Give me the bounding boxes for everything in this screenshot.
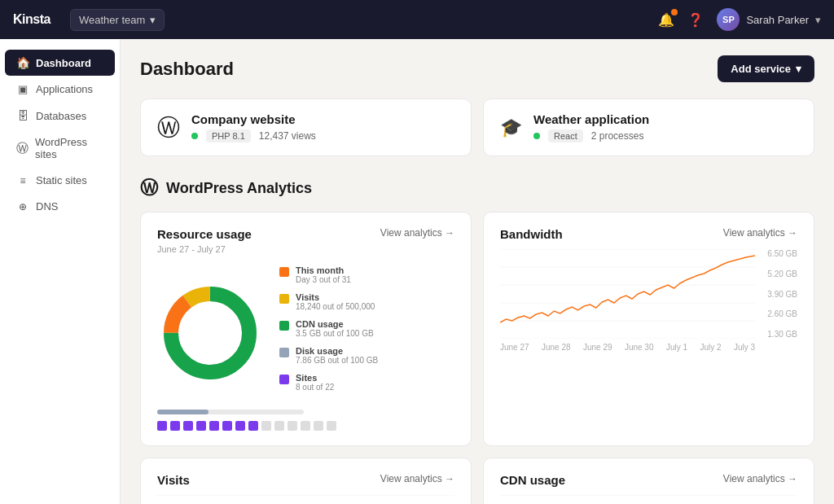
site-dot <box>222 421 232 431</box>
sidebar: 🏠 Dashboard ▣ Applications 🗄 Databases Ⓦ… <box>0 39 121 504</box>
bandwidth-chart: June 27 June 28 June 29 June 30 July 1 J… <box>500 249 797 355</box>
visits-title: Visits <box>157 473 190 487</box>
site-dot-empty <box>314 421 323 431</box>
bandwidth-header: Bandwidth View analytics → <box>500 227 797 241</box>
main-content: Dashboard Add service ▾ Ⓦ Company websit… <box>121 39 834 504</box>
legend-label-month: This month <box>296 265 351 275</box>
site-dot <box>248 421 258 431</box>
wp-logo-icon: Ⓦ <box>140 176 158 200</box>
cdn-view-analytics[interactable]: View analytics → <box>723 473 797 484</box>
resource-date: June 27 - July 27 <box>157 244 454 254</box>
site-dot-empty <box>327 421 336 431</box>
x-label: July 2 <box>700 343 721 352</box>
x-label: June 27 <box>500 343 529 352</box>
cdn-svg <box>500 495 797 504</box>
bandwidth-chart-area: June 27 June 28 June 29 June 30 July 1 J… <box>500 249 797 355</box>
cdn-title: CDN usage <box>500 473 565 487</box>
y-label: 3.90 GB <box>758 290 797 299</box>
weather-badge: React <box>548 129 583 142</box>
sidebar-item-static[interactable]: ≡ Static sites <box>5 168 115 193</box>
chart-area: June 27 June 28 June 29 June 30 July 1 J… <box>500 249 755 355</box>
legend-sub-cdn: 3.5 GB out of 100 GB <box>296 329 374 338</box>
legend-sub-visits: 18,240 out of 500,000 <box>296 302 375 311</box>
legend-dot-cdn <box>279 321 289 331</box>
x-label: July 1 <box>666 343 687 352</box>
notification-badge <box>671 9 678 15</box>
site-dot <box>235 421 245 431</box>
site-dot <box>196 421 206 431</box>
sidebar-item-wordpress[interactable]: Ⓦ WordPress sites <box>5 129 115 167</box>
avatar: SP <box>717 8 740 31</box>
wordpress-icon: Ⓦ <box>16 141 29 156</box>
sidebar-item-applications[interactable]: ▣ Applications <box>5 77 115 102</box>
sidebar-item-label: Databases <box>36 110 86 122</box>
sidebar-item-databases[interactable]: 🗄 Databases <box>5 103 115 129</box>
help-icon[interactable]: ❓ <box>687 12 704 28</box>
x-label: June 30 <box>625 343 654 352</box>
legend: This month Day 3 out of 31 Visits 18,240… <box>279 265 454 400</box>
wp-analytics-title: Ⓦ WordPress Analytics <box>140 176 814 200</box>
service-cards: Ⓦ Company website PHP 8.1 12,437 views 🎓… <box>140 99 814 156</box>
analytics-grid-bottom: Visits View analytics → 22,500 18,000 <box>140 458 814 504</box>
donut-chart <box>157 280 263 386</box>
legend-item-visits: Visits 18,240 out of 500,000 <box>279 292 454 311</box>
analytics-grid-top: Resource usage View analytics → June 27 … <box>140 212 814 446</box>
legend-item-sites: Sites 8 out of 22 <box>279 373 454 392</box>
weather-meta: React 2 processes <box>533 129 797 142</box>
weather-processes: 2 processes <box>591 130 644 142</box>
site-dot-empty <box>301 421 310 431</box>
visits-view-analytics[interactable]: View analytics → <box>380 473 454 484</box>
sidebar-item-label: WordPress sites <box>35 136 103 160</box>
legend-dot-visits <box>279 294 289 304</box>
x-label: July 3 <box>734 343 755 352</box>
static-icon: ≡ <box>16 175 29 186</box>
company-badge: PHP 8.1 <box>206 129 251 142</box>
y-label: 1.30 GB <box>758 330 797 339</box>
visits-chart: 22,500 18,000 <box>157 495 454 504</box>
site-dot <box>157 421 167 431</box>
legend-label-disk: Disk usage <box>296 346 378 356</box>
cdn-header: CDN usage View analytics → <box>500 473 797 487</box>
sidebar-item-dashboard[interactable]: 🏠 Dashboard <box>5 50 115 76</box>
bandwidth-view-analytics[interactable]: View analytics → <box>723 227 797 239</box>
company-icon: Ⓦ <box>157 116 180 139</box>
sidebar-item-label: Applications <box>36 83 93 95</box>
chevron-down-icon: ▾ <box>150 14 156 26</box>
chevron-down-icon: ▾ <box>796 63 801 75</box>
legend-dot-sites <box>279 375 289 384</box>
bell-icon[interactable]: 🔔 <box>658 12 674 28</box>
topnav-icons: 🔔 ❓ SP Sarah Parker ▾ <box>658 8 821 31</box>
x-label: June 29 <box>583 343 612 352</box>
x-label: June 28 <box>542 343 571 352</box>
weather-name: Weather application <box>533 112 797 126</box>
disk-progress <box>157 410 454 414</box>
bandwidth-title: Bandwidth <box>500 227 563 241</box>
user-menu[interactable]: SP Sarah Parker ▾ <box>717 8 821 31</box>
user-chevron-icon: ▾ <box>815 14 821 26</box>
service-card-weather[interactable]: 🎓 Weather application React 2 processes <box>483 99 814 156</box>
resource-header: Resource usage View analytics → <box>157 227 454 241</box>
layout: 🏠 Dashboard ▣ Applications 🗄 Databases Ⓦ… <box>0 39 834 504</box>
team-name: Weather team <box>79 14 145 26</box>
service-card-company[interactable]: Ⓦ Company website PHP 8.1 12,437 views <box>140 99 472 156</box>
legend-label-sites: Sites <box>296 373 334 383</box>
legend-label-visits: Visits <box>296 292 375 302</box>
team-selector[interactable]: Weather team ▾ <box>70 9 165 31</box>
user-name: Sarah Parker <box>746 14 809 26</box>
logo: Kinsta <box>13 12 50 27</box>
site-dot-empty <box>274 421 284 431</box>
legend-sub-disk: 7.86 GB out of 100 GB <box>296 356 378 365</box>
status-dot <box>533 133 540 139</box>
resource-usage-card: Resource usage View analytics → June 27 … <box>140 212 472 446</box>
company-info: Company website PHP 8.1 12,437 views <box>191 112 454 142</box>
legend-item-month: This month Day 3 out of 31 <box>279 265 454 284</box>
svg-point-4 <box>182 305 238 361</box>
resource-view-analytics[interactable]: View analytics → <box>380 227 454 239</box>
cdn-chart: 4.00 GB 3.20 GB <box>500 495 797 504</box>
sidebar-item-dns[interactable]: ⊕ DNS <box>5 194 115 219</box>
applications-icon: ▣ <box>16 83 29 95</box>
site-dot-empty <box>261 421 271 431</box>
y-labels: 6.50 GB 5.20 GB 3.90 GB 2.60 GB 1.30 GB <box>758 249 797 339</box>
legend-item-disk: Disk usage 7.86 GB out of 100 GB <box>279 346 454 365</box>
add-service-button[interactable]: Add service ▾ <box>718 55 814 82</box>
